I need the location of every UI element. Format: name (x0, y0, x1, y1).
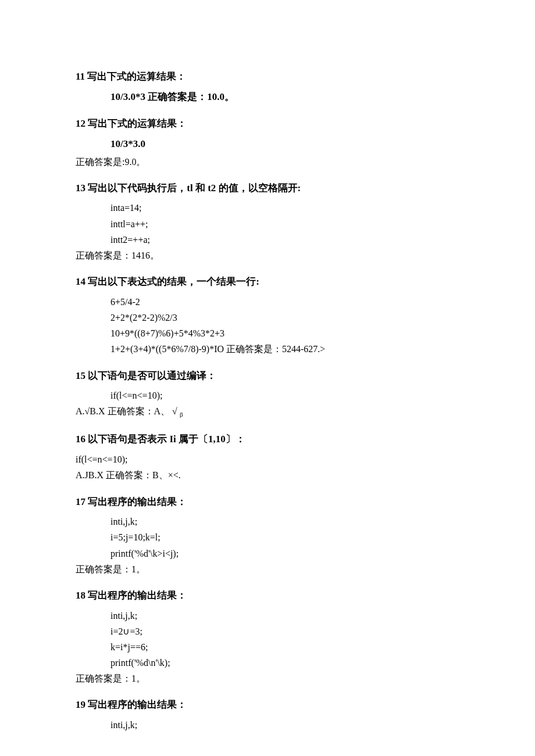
q14-line-0: 6+5/4-2 (110, 295, 459, 309)
q18-line-0: inti,j,k; (110, 609, 459, 622)
q13-line-0: inta=14; (110, 201, 459, 214)
q14-heading: 14 写出以下表达式的结果，一个结果一行: (76, 275, 459, 289)
q18-answer: 正确答案是：1。 (76, 672, 459, 685)
q11-heading: 11 写出下式的运算结果： (76, 70, 459, 84)
q19-heading: 19 写出程序的输出结果： (76, 698, 459, 712)
q18-line-1: i=2∪=3; (110, 625, 459, 638)
q12-expr: 10/3*3.0 (110, 137, 459, 152)
q17-line-2: printf('%d'\k>i<j); (110, 547, 459, 560)
q12-answer: 正确答案是:9.0。 (76, 155, 459, 169)
q15-answer-sub: β (180, 411, 183, 418)
q13-line-1: inttl=a++; (110, 217, 459, 231)
q18-line-2: k=i*j==6; (110, 640, 459, 654)
q17-heading: 17 写出程序的输出结果： (76, 495, 459, 510)
q16-answer: A.JB.X 正确答案：B、×<. (76, 468, 459, 482)
q11-content: 10/3.0*3 正确答案是：10.0。 (110, 90, 459, 105)
q18-line-3: printf('%d\n'\k); (110, 656, 459, 669)
q14-line-3: 1+2+(3+4)*((5*6%7/8)-9)*IO 正确答案是：5244-62… (110, 342, 459, 356)
q15-answer-prefix: A.√B.X 正确答案：A、 √ (76, 406, 180, 416)
q16-heading: 16 以下语句是否表示 Ii 属于〔1,10〕： (76, 432, 459, 447)
q15-answer: A.√B.X 正确答案：A、 √ β (76, 404, 459, 420)
q13-heading: 13 写出以下代码执行后，tl 和 t2 的值，以空格隔开: (76, 181, 459, 196)
q15-heading: 15 以下语句是否可以通过编译： (76, 369, 459, 384)
q14-line-2: 10+9*((8+7)%6)+5*4%3*2+3 (110, 327, 459, 340)
q16-line-1: if(l<=n<=10); (76, 453, 459, 466)
q13-line-2: intt2=++a; (110, 233, 459, 246)
q17-line-0: inti,j,k; (110, 515, 459, 528)
q13-answer: 正确答案是：1416。 (76, 249, 459, 262)
q18-heading: 18 写出程序的输出结果： (76, 589, 459, 603)
q14-line-1: 2+2*(2*2-2)%2/3 (110, 311, 459, 324)
q12-heading: 12 写出下式的运算结果： (76, 117, 459, 131)
q19-line-0: inti,j,k; (110, 718, 459, 732)
q17-answer: 正确答案是：1。 (76, 562, 459, 576)
q17-line-1: i=5;j=10;k=l; (110, 531, 459, 544)
q15-line-1: if(l<=n<=10); (110, 389, 459, 402)
